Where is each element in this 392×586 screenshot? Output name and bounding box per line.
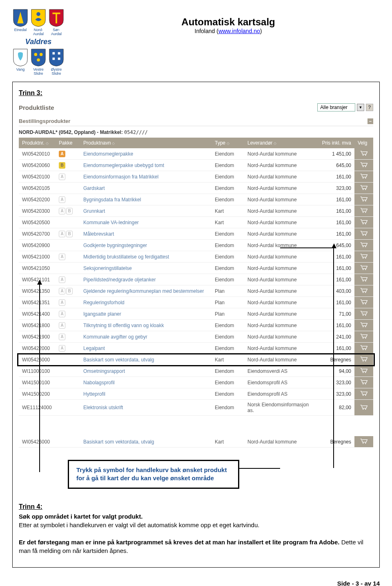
muni-label: Øystre Slidre [48, 67, 65, 76]
svg-point-28 [363, 269, 364, 270]
product-link[interactable]: Eiendomsmeglerpakke [83, 151, 133, 157]
svg-point-38 [363, 326, 364, 328]
cart-button[interactable] [354, 160, 373, 171]
pakke-badge: B [66, 231, 73, 237]
muni-label: Nord-Aurdal [30, 28, 47, 36]
product-link[interactable]: Pipe/ildsted/nedgravde oljetanker [83, 277, 156, 283]
pakke-badge: A [59, 174, 65, 180]
cart-button[interactable] [354, 377, 373, 388]
svg-point-40 [363, 338, 364, 339]
cart-button[interactable] [354, 354, 373, 365]
product-link[interactable]: Elektronisk utskrift [83, 405, 123, 410]
shield-nord-aurdal [30, 8, 47, 28]
table-row: WI41500200HytteprofilEiendomEiendomsprof… [19, 388, 373, 400]
infoland-link[interactable]: www.infoland.no [218, 28, 260, 34]
cart-button[interactable] [354, 343, 373, 354]
cart-button[interactable] [354, 285, 373, 297]
product-link[interactable]: Basiskart som vektordata, utvalg [83, 357, 154, 363]
product-link[interactable]: Igangsatte planer [83, 311, 121, 317]
cart-button[interactable] [354, 297, 373, 308]
shield-vestre-slidre [30, 48, 47, 67]
cart-button[interactable] [354, 240, 373, 251]
product-link[interactable]: Midlertidig brukstillatelse og ferdigatt… [83, 254, 169, 260]
svg-point-55 [365, 443, 366, 444]
product-link[interactable]: Omsetningsrapport [83, 368, 125, 374]
cart-button[interactable] [354, 274, 373, 285]
table-row: WI05420500Kommunale VA-ledningerKartNord… [19, 217, 373, 228]
product-link[interactable]: Legalpant [83, 345, 105, 351]
cart-button[interactable] [354, 388, 373, 400]
svg-point-18 [363, 212, 364, 213]
product-link[interactable]: Seksjoneringstillatelse [83, 265, 132, 271]
cart-button[interactable] [354, 171, 373, 183]
svg-rect-7 [58, 58, 60, 60]
svg-point-1 [34, 53, 38, 56]
svg-point-49 [365, 383, 366, 385]
cart-button[interactable] [354, 331, 373, 343]
col-pakke: Pakke [56, 138, 80, 148]
table-row: WI05420100AEiendomsinformasjon fra Matri… [19, 171, 373, 183]
collapse-icon[interactable]: − [368, 118, 373, 124]
table-row: WI41500100NabolagsprofilEiendomEiendomsp… [19, 377, 373, 388]
col-type[interactable]: Type◇ [212, 138, 244, 148]
muni-label: Vang [12, 67, 29, 71]
help-button[interactable]: ? [366, 104, 373, 111]
product-link[interactable]: Eiendomsmeglerpakke ubebygd tomt [83, 163, 164, 168]
svg-rect-6 [53, 58, 55, 60]
cart-button[interactable] [354, 183, 373, 194]
cart-button[interactable] [354, 228, 373, 240]
shield-etnedal [12, 8, 29, 28]
pakke-badge: A [59, 322, 65, 329]
col-leverandor[interactable]: Leverandør◇ [244, 138, 318, 148]
svg-point-47 [365, 372, 366, 373]
svg-point-43 [365, 349, 366, 350]
cart-button[interactable] [354, 217, 373, 228]
col-velg: Velg [354, 138, 373, 148]
product-link[interactable]: Grunnkart [83, 208, 105, 214]
cart-button[interactable] [354, 251, 373, 263]
svg-point-34 [363, 303, 364, 305]
muni-label: Vestre Slidre [30, 67, 47, 76]
pakke-badge: B [66, 288, 73, 294]
svg-point-35 [365, 303, 366, 305]
table-row: WI05426000Basiskart som vektordata, utva… [19, 354, 373, 365]
product-link[interactable]: Gardskart [83, 185, 105, 191]
product-link[interactable]: Eiendomsinformasjon fra Matrikkel [83, 174, 158, 180]
svg-point-22 [363, 235, 364, 236]
cart-button[interactable] [354, 263, 373, 274]
product-link[interactable]: Tilknytning til offentlig vann og kloakk [83, 323, 164, 328]
svg-point-9 [365, 155, 366, 156]
product-link[interactable]: Kommunale avgifter og gebyr [83, 334, 147, 340]
cart-button[interactable] [354, 148, 373, 160]
product-link[interactable]: Gjeldende regulering/kommuneplan med bes… [83, 288, 204, 294]
svg-point-2 [40, 53, 43, 56]
svg-point-41 [365, 338, 366, 339]
svg-rect-5 [58, 52, 60, 55]
cart-button[interactable] [354, 320, 373, 331]
product-link[interactable]: Reguleringsforhold [83, 300, 125, 305]
svg-point-45 [365, 361, 366, 362]
cart-button[interactable] [354, 365, 373, 377]
product-link[interactable]: Nabolagsprofil [83, 380, 115, 385]
municipality-logos: Etnedal Nord-Aurdal Sør-Aurdal Valdres [12, 8, 65, 76]
col-produktnr[interactable]: Produktnr.◇ [19, 138, 56, 148]
cart-button[interactable] [354, 308, 373, 320]
product-link[interactable]: Basiskart som vektordata, utvalg [83, 439, 154, 445]
dropdown-arrow-icon[interactable]: ▼ [357, 104, 364, 111]
product-link[interactable]: Bygningsdata fra Matrikkel [83, 197, 141, 203]
svg-point-36 [363, 315, 364, 316]
step4-section: Trinn 4: Søk opp området i kartet for va… [19, 503, 373, 555]
col-produktnavn[interactable]: Produktnavn◇ [80, 138, 212, 148]
product-link[interactable]: Hytteprofil [83, 391, 105, 397]
product-link[interactable]: Godkjente bygningstegninger [83, 243, 147, 248]
svg-point-24 [363, 246, 364, 247]
product-link[interactable]: Kommunale VA-ledninger [83, 220, 139, 225]
cart-button[interactable] [354, 400, 373, 416]
arrow-connector-left [39, 280, 40, 472]
bransje-dropdown[interactable]: Alle bransjer [317, 103, 355, 111]
svg-point-12 [363, 178, 364, 179]
cart-button[interactable] [354, 205, 373, 217]
cart-button[interactable] [354, 194, 373, 205]
product-link[interactable]: Målebrevskart [83, 231, 114, 237]
cart-button[interactable] [354, 436, 373, 448]
